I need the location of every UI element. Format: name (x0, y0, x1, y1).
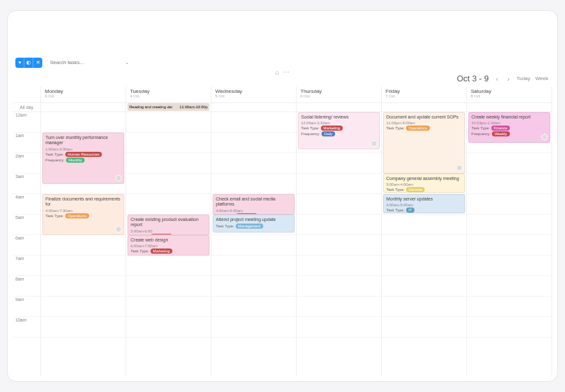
time-cell[interactable] (126, 276, 211, 297)
time-cell[interactable] (297, 276, 381, 297)
time-cell[interactable] (297, 235, 381, 256)
time-cell[interactable] (41, 256, 126, 276)
time-cell[interactable] (126, 256, 211, 276)
event-title: Finalize documents and requirements for (45, 197, 121, 208)
filter-button-group[interactable]: ▾ ◐ ✕ (15, 58, 42, 68)
calendar-event[interactable]: Create web design6:00am-7:00amTask Type:… (127, 235, 209, 256)
view-selector[interactable]: Week (536, 76, 548, 81)
time-cell[interactable] (467, 194, 552, 215)
time-cell[interactable] (297, 153, 381, 174)
avatar (371, 140, 377, 147)
time-cell[interactable] (211, 235, 296, 256)
time-cell[interactable] (41, 276, 126, 297)
calendar-event[interactable]: Company general assembly meeting3:00am-4… (383, 174, 465, 193)
time-cell[interactable] (382, 235, 466, 256)
time-slot: 3am (13, 174, 40, 194)
time-slot: 5am (13, 215, 40, 235)
time-cell[interactable] (126, 297, 211, 317)
event-time: 3:00am-4:00am (386, 183, 462, 186)
calendar-event[interactable]: Check email and social media platforms4:… (213, 194, 295, 215)
time-cell[interactable] (126, 133, 211, 153)
breadcrumb: ⌂ ⋯ (275, 69, 290, 76)
search-input[interactable] (46, 57, 121, 68)
event-time: 12:00am-2:30am (301, 121, 377, 125)
time-cell[interactable] (41, 235, 126, 256)
clear-icon[interactable]: ✕ (33, 58, 42, 68)
time-cell[interactable] (126, 112, 211, 133)
avatar (115, 175, 122, 181)
time-slot: 7am (13, 256, 40, 276)
search-expand-icon[interactable]: ⌄ (125, 60, 129, 65)
time-cell[interactable] (126, 317, 211, 338)
time-cell[interactable] (126, 194, 211, 215)
time-cell[interactable] (467, 256, 552, 276)
time-cell[interactable] (467, 153, 552, 174)
calendar-event[interactable]: Turn over monthly performance manager1:0… (42, 133, 124, 184)
time-cell[interactable] (126, 153, 211, 174)
day-date: 3 Oct (45, 94, 122, 98)
time-cell[interactable] (467, 297, 552, 317)
day-column: Tuesday4 OctCreate existing product eval… (126, 86, 211, 376)
more-icon[interactable]: ⋯ (283, 69, 290, 76)
time-cell[interactable] (382, 276, 466, 297)
time-cell[interactable] (211, 276, 296, 297)
time-cell[interactable] (297, 215, 381, 235)
time-cell[interactable] (467, 276, 552, 297)
time-cell[interactable] (297, 174, 381, 194)
filter-icon[interactable]: ▾ (15, 58, 24, 68)
day-name: Wednesday (215, 88, 292, 94)
time-cell[interactable] (382, 297, 466, 317)
time-cell[interactable] (41, 112, 126, 133)
toolbar: ▾ ◐ ✕ ⌄ (15, 57, 552, 68)
allday-event[interactable]: Reading and creating dai11:00am-10:00p (127, 103, 209, 111)
time-cell[interactable] (211, 297, 296, 317)
time-slot: 10am (13, 317, 40, 338)
allday-label: All day (13, 103, 40, 112)
calendar-event[interactable]: Finalize documents and requirements for4… (42, 194, 124, 235)
time-cell[interactable] (467, 215, 552, 235)
time-cell[interactable] (126, 174, 211, 194)
time-cell[interactable] (211, 112, 296, 133)
frequency-badge: Weekly (492, 131, 510, 136)
prev-week-button[interactable]: ‹ (494, 75, 500, 83)
task-type-badge: Finance (491, 126, 510, 131)
day-column: Monday3 OctTurn over monthly performance… (41, 86, 126, 376)
event-time: 4:00am-5:00am (386, 203, 462, 207)
day-column: Friday7 OctDocument and update current S… (382, 86, 467, 376)
time-cell[interactable] (297, 317, 381, 338)
today-button[interactable]: Today (516, 76, 530, 81)
toggle-icon[interactable]: ◐ (24, 58, 33, 68)
avatar (541, 134, 548, 140)
calendar-grid: All day 12am1am2am3am4am5am6am7am8am9am1… (13, 86, 557, 376)
time-cell[interactable] (211, 133, 296, 153)
next-week-button[interactable]: › (505, 75, 512, 83)
time-cell[interactable] (297, 194, 381, 215)
calendar-event[interactable]: Attend project meeting updateTask Type:M… (213, 215, 295, 233)
event-title: Document and update current SOPs (386, 115, 462, 120)
time-cell[interactable] (382, 317, 466, 338)
calendar-event[interactable]: Monthly server updates4:00am-5:00amTask … (383, 194, 465, 213)
time-cell[interactable] (211, 174, 296, 194)
home-icon[interactable]: ⌂ (275, 69, 279, 76)
time-cell[interactable] (211, 317, 296, 338)
time-cell[interactable] (41, 317, 126, 338)
time-cell[interactable] (467, 317, 552, 338)
time-cell[interactable] (382, 215, 466, 235)
event-time: 1:00am-3:30am (45, 147, 121, 151)
frequency-badge: Daily (322, 131, 335, 136)
day-column: Wednesday5 OctCheck email and social med… (211, 86, 297, 376)
day-date: 6 Oct (300, 94, 377, 98)
time-cell[interactable] (467, 235, 552, 256)
time-cell[interactable] (211, 153, 296, 174)
time-cell[interactable] (297, 256, 381, 276)
time-cell[interactable] (467, 174, 552, 194)
time-cell[interactable] (41, 297, 126, 317)
calendar-event[interactable]: Social listening/ reviews12:00am-2:30amT… (298, 112, 380, 149)
calendar-event[interactable]: Create weekly financial report10:53pm-1:… (468, 112, 550, 143)
time-cell[interactable] (382, 256, 466, 276)
calendar-event[interactable]: Document and update current SOPs11:00pm-… (383, 112, 465, 174)
time-cell[interactable] (211, 256, 296, 276)
calendar-event[interactable]: Create existing product evaluation repor… (127, 215, 209, 235)
event-time: 6:00am-7:00am (131, 244, 206, 248)
time-cell[interactable] (297, 297, 381, 317)
